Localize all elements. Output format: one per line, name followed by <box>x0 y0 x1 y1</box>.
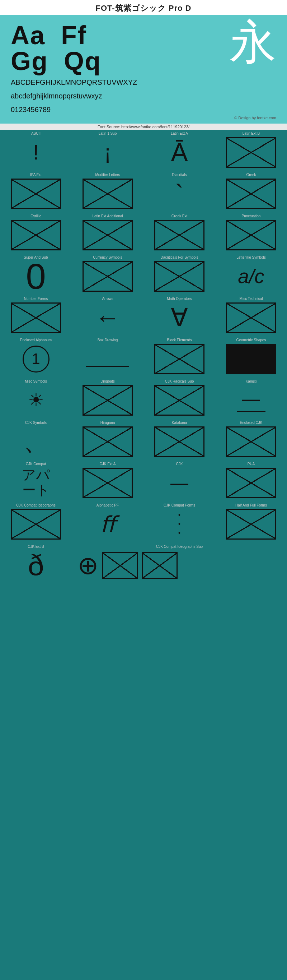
symbol-cjkcompatforms: • • • <box>151 508 208 540</box>
cell-ipaext: IPA Ext <box>0 171 72 213</box>
xbox-punctuation <box>226 220 276 250</box>
symbol-greek <box>222 177 280 210</box>
label-enclosedalphan: Enclosed Alphanum <box>2 338 70 342</box>
symbol-enclosedcjk <box>222 425 280 458</box>
label-halfandfull: Half And Full Forms <box>217 503 285 507</box>
xbox-blockelements <box>154 344 205 374</box>
cell-cyrillic: Cyrillic <box>0 213 72 254</box>
cell-cjkcompatideo: CJK Compat Ideographs <box>0 502 72 543</box>
symbol-modletters <box>79 177 136 210</box>
cell-misctechnical: Misc Technical <box>215 295 287 337</box>
label-cjkradicalssup: CJK Radicals Sup <box>146 379 213 383</box>
cell-cjkexta: CJK Ext A <box>72 461 144 502</box>
cell-punctuation: Punctuation <box>215 213 287 254</box>
cell-cjkcompatforms: CJK Compat Forms • • • <box>144 502 215 543</box>
label-greekext: Greek Ext <box>146 214 213 218</box>
symbol-latinextadd <box>79 219 136 251</box>
xbox-currency <box>82 261 133 292</box>
cell-currency: Currency Symbols <box>72 254 144 295</box>
hero-alphabet-upper: ABCDEFGHIJKLMNOPQRSTUVWXYZ <box>11 77 276 88</box>
label-blockelements: Block Elements <box>146 338 213 342</box>
cell-cjkextb: CJK Ext B ð <box>0 543 72 584</box>
cell-latinexta: Latin Ext A Ā <box>144 130 215 171</box>
symbol-currency <box>79 260 136 293</box>
label-cjkextb: CJK Ext B <box>2 545 70 549</box>
cell-miscsymbols: Misc Symbols ☀ <box>0 378 72 419</box>
xbox-cjkcompatideosup2 <box>142 552 178 579</box>
symbol-mathoperators: ∀ <box>151 301 208 334</box>
symbol-cjkextb: ð <box>7 549 65 582</box>
symbol-kangxi: — <box>222 384 280 416</box>
label-mathoperators: Math Operators <box>146 297 213 301</box>
xbox-modletters <box>82 178 133 209</box>
black-box <box>226 344 276 374</box>
label-geoshapes: Geometric Shapes <box>217 338 285 342</box>
cell-cjksymbols: CJK Symbols 、 <box>0 419 72 461</box>
cell-halfandfull: Half And Full Forms <box>215 502 287 543</box>
hero-section: Aa Ff Gg Qq 永 ABCDEFGHIJKLMNOPQRSTUVWXYZ… <box>0 15 287 124</box>
xbox-latinextadd <box>82 220 133 250</box>
xbox-enclosedcjk <box>226 426 276 457</box>
hero-alphabet-lower: abcdefghijklmnopqrstuvwxyz <box>11 91 276 101</box>
xbox-cjkexta <box>82 468 133 498</box>
symbol-arrows: ← <box>79 301 136 334</box>
cell-latinextb: Latin Ext B <box>215 130 287 171</box>
xbox-latinextb <box>226 137 276 168</box>
xbox-cjkcompatideo <box>11 509 61 539</box>
circle-num: 1 <box>22 345 49 372</box>
symbol-blockelements <box>151 343 208 375</box>
symbol-dingbats <box>79 384 136 416</box>
symbol-pua <box>222 467 280 499</box>
symbol-miscsymbols: ☀ <box>7 384 65 416</box>
cell-ascii: ASCII ! <box>0 130 72 171</box>
cell-letterlike: Letterlike Symbols a/c <box>215 254 287 295</box>
xbox-pua <box>226 468 276 498</box>
symbol-cjkcompatideosup: ⊕ <box>74 549 285 582</box>
symbol-greekext <box>151 219 208 251</box>
label-cjkcompatforms: CJK Compat Forms <box>146 503 213 507</box>
symbol-cjkcompat: アパ ート <box>7 467 65 499</box>
cell-greekext: Greek Ext <box>144 213 215 254</box>
symbol-cyrillic <box>7 219 65 251</box>
symbol-enclosedalphan: 1 <box>7 343 65 375</box>
label-letterlike: Letterlike Symbols <box>217 255 285 259</box>
symbol-geoshapes <box>222 343 280 375</box>
cell-pua: PUA <box>215 461 287 502</box>
symbol-cjkradicalssup <box>151 384 208 416</box>
cell-katakana: Katakana <box>144 419 215 461</box>
label-latinexta: Latin Ext A <box>146 132 213 135</box>
symbol-cjk: — <box>151 467 208 499</box>
cell-diacritals: Diacritals ` <box>144 171 215 213</box>
symbol-letterlike: a/c <box>222 260 280 293</box>
symbol-superandsub: 0 <box>7 260 65 293</box>
cell-hiragana: Hiragana <box>72 419 144 461</box>
label-latinextb: Latin Ext B <box>217 132 285 135</box>
label-misctechnical: Misc Technical <box>217 297 285 301</box>
symbol-dacritalsymbols <box>151 260 208 293</box>
label-boxdrawing: Box Drawing <box>74 338 141 342</box>
cell-blockelements: Block Elements <box>144 337 215 378</box>
cell-enclosedcjk: Enclosed CJK <box>215 419 287 461</box>
cell-superandsub: Super And Sub 0 <box>0 254 72 295</box>
label-greek: Greek <box>217 173 285 177</box>
symbol-alphabeticpf: ﬀ <box>79 508 136 540</box>
label-cjk: CJK <box>146 462 213 466</box>
label-dacritalsymbols: Dacriticals For Symbols <box>146 255 213 259</box>
label-kangxi: Kangxi <box>217 379 285 383</box>
label-currency: Currency Symbols <box>74 255 141 259</box>
cell-alphabeticpf: Alphabetic PF ﬀ <box>72 502 144 543</box>
symbol-latin1sup: ¡ <box>79 136 136 169</box>
xbox-greekext <box>154 220 205 250</box>
character-grid: ASCII ! Latin 1 Sup ¡ Latin Ext A Ā Lati… <box>0 130 287 584</box>
cell-mathoperators: Math Operators ∀ <box>144 295 215 337</box>
xbox-dingbats <box>82 385 133 416</box>
xbox-cjkcompatideosup <box>102 552 138 579</box>
label-punctuation: Punctuation <box>217 214 285 218</box>
symbol-latinextb <box>222 136 280 169</box>
label-katakana: Katakana <box>146 421 213 425</box>
cell-enclosedalphan: Enclosed Alphanum 1 <box>0 337 72 378</box>
xbox-ipaext <box>11 178 61 209</box>
label-alphabeticpf: Alphabetic PF <box>74 503 141 507</box>
hero-credit: © Design by fontke.com <box>11 116 276 120</box>
label-arrows: Arrows <box>74 297 141 301</box>
